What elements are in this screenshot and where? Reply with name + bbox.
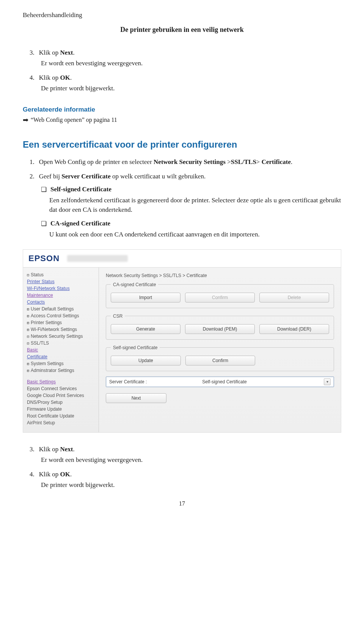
- nav-access-control[interactable]: ⊞Access Control Settings: [27, 312, 95, 319]
- server-certificate-select[interactable]: Server Certificate : Self-signed Certifi…: [106, 377, 334, 387]
- download-pem-button[interactable]: Download (PEM): [185, 324, 255, 334]
- step-1: 1. Open Web Config op de printer en sele…: [30, 158, 341, 166]
- nav-root-cert-update[interactable]: Root Certificate Update: [27, 413, 95, 419]
- nav-gcp[interactable]: Google Cloud Print Services: [27, 392, 95, 399]
- text: Klik op: [39, 74, 60, 81]
- group-legend: CA-signed Certificate: [111, 282, 158, 287]
- label: Network Security Settings: [31, 334, 83, 339]
- import-button[interactable]: Import: [111, 293, 180, 302]
- bullet-label: Self-signed Certificate: [50, 186, 111, 194]
- link[interactable]: Certificate: [27, 354, 47, 359]
- related-link[interactable]: ➡ “Web Config openen” op pagina 11: [23, 117, 341, 123]
- text: .: [73, 446, 74, 453]
- label: SSL/TLS: [31, 340, 49, 346]
- nav-wifi-settings[interactable]: ⊞Wi-Fi/Network Settings: [27, 326, 95, 333]
- nav-firmware-update[interactable]: Firmware Update: [27, 406, 95, 413]
- bold: Certificate: [262, 158, 291, 165]
- epson-header: EPSON: [23, 250, 341, 268]
- bold: OK: [60, 471, 70, 478]
- label: Access Control Settings: [31, 313, 79, 318]
- plus-icon[interactable]: ⊞: [27, 321, 29, 325]
- step-text: Geef bij Server Certificate op welk cert…: [39, 173, 341, 180]
- nav-printer-settings[interactable]: ⊞Printer Settings: [27, 319, 95, 326]
- confirm-self-button[interactable]: Confirm: [185, 356, 256, 365]
- confirm-button[interactable]: Confirm: [185, 293, 255, 302]
- generate-button[interactable]: Generate: [111, 324, 180, 334]
- bullet-ca-signed-desc: U kunt ook een door een CA ondertekend c…: [49, 230, 341, 239]
- related-link-text: “Web Config openen” op pagina 11: [31, 117, 117, 123]
- update-button[interactable]: Update: [111, 356, 181, 365]
- nav-epson-connect[interactable]: Epson Connect Services: [27, 385, 95, 392]
- nav-basic[interactable]: Basic: [27, 347, 95, 353]
- text: Klik op: [39, 446, 60, 453]
- text: Open Web Config op de printer en selecte…: [39, 158, 154, 165]
- nav-system-settings[interactable]: ⊞System Settings: [27, 360, 95, 367]
- nav-contacts[interactable]: Contacts: [27, 299, 95, 306]
- step-number: 3.: [30, 49, 35, 57]
- text: >: [226, 158, 231, 165]
- plus-icon[interactable]: ⊞: [27, 314, 29, 318]
- minus-icon[interactable]: ⊟: [27, 273, 29, 277]
- nav-printer-status[interactable]: Printer Status: [27, 278, 95, 285]
- group-self-signed: Self-signed Certificate Update Confirm: [106, 345, 334, 371]
- group-csr: CSR Generate Download (PEM) Download (DE…: [106, 314, 334, 340]
- link[interactable]: Wi-Fi/Network Status: [27, 286, 70, 291]
- label: Root Certificate Update: [27, 413, 74, 419]
- minus-icon[interactable]: ⊟: [27, 334, 29, 339]
- bullet-self-signed-desc: Een zelfondertekend certificaat is gegen…: [49, 196, 341, 214]
- nav-status[interactable]: ⊟Status: [27, 271, 95, 278]
- square-bullet-icon: ❏: [41, 220, 47, 228]
- delete-button[interactable]: Delete: [259, 293, 329, 302]
- bullet-ca-signed: ❏ CA-signed Certificate: [41, 220, 341, 228]
- nav-maintenance[interactable]: Maintenance: [27, 292, 95, 299]
- bold: SSL/TLS: [231, 158, 256, 165]
- plus-icon[interactable]: ⊞: [27, 307, 29, 311]
- minus-icon[interactable]: ⊟: [27, 341, 29, 345]
- nav-user-default[interactable]: ⊞User Default Settings: [27, 306, 95, 312]
- next-button[interactable]: Next: [106, 393, 166, 403]
- plus-icon[interactable]: ⊞: [27, 369, 29, 373]
- step-4-note: De printer wordt bijgewerkt.: [41, 85, 341, 92]
- text: >: [256, 158, 262, 165]
- label: AirPrint Setup: [27, 420, 55, 425]
- link[interactable]: Printer Status: [27, 279, 55, 284]
- epson-nav-sidebar: ⊟Status Printer Status Wi-Fi/Network Sta…: [23, 268, 99, 432]
- step-text: Klik op Next.: [39, 446, 341, 453]
- bullet-label: CA-signed Certificate: [50, 220, 110, 228]
- plus-icon[interactable]: ⊞: [27, 362, 29, 366]
- nav-basic-settings-heading[interactable]: Basic Settings: [27, 378, 95, 385]
- download-der-button[interactable]: Download (DER): [259, 324, 329, 334]
- step-text: Open Web Config op de printer en selecte…: [39, 158, 341, 166]
- label: System Settings: [31, 361, 64, 366]
- section-title: Een servercertificaat voor de printer co…: [23, 139, 341, 150]
- nav-admin-settings[interactable]: ⊞Adminstrator Settings: [27, 367, 95, 374]
- nav-dns-proxy[interactable]: DNS/Proxy Setup: [27, 399, 95, 406]
- epson-breadcrumb: Network Security Settings > SSL/TLS > Ce…: [106, 273, 334, 278]
- bullet-self-signed: ❏ Self-signed Certificate: [41, 186, 341, 194]
- plus-icon[interactable]: ⊞: [27, 328, 29, 332]
- link[interactable]: Basic Settings: [27, 379, 56, 384]
- link[interactable]: Contacts: [27, 299, 45, 305]
- step-3-bottom: 3. Klik op Next.: [30, 446, 341, 453]
- bold: Server Certificate: [61, 173, 110, 180]
- text: .: [70, 74, 72, 81]
- link[interactable]: Maintenance: [27, 293, 53, 298]
- text: Klik op: [39, 49, 60, 56]
- label: Firmware Update: [27, 406, 62, 412]
- nav-ssltls[interactable]: ⊟SSL/TLS: [27, 340, 95, 347]
- label: User Default Settings: [31, 306, 74, 312]
- step-4-top: 4. Klik op OK.: [30, 74, 341, 82]
- bold: Next: [60, 49, 73, 56]
- label: Adminstrator Settings: [31, 368, 74, 373]
- step-3-note: Er wordt een bevestiging weergegeven.: [41, 60, 341, 67]
- nav-certificate[interactable]: Certificate: [27, 353, 95, 360]
- nav-network-security[interactable]: ⊟Network Security Settings: [27, 333, 95, 340]
- nav-airprint[interactable]: AirPrint Setup: [27, 419, 95, 426]
- nav-wifi-status[interactable]: Wi-Fi/Network Status: [27, 285, 95, 292]
- step-number: 2.: [30, 173, 35, 180]
- epson-logo: EPSON: [28, 254, 60, 263]
- step-2: 2. Geef bij Server Certificate op welk c…: [30, 173, 341, 180]
- link[interactable]: Basic: [27, 347, 38, 353]
- group-legend: Self-signed Certificate: [111, 345, 160, 350]
- chevron-down-icon[interactable]: ▾: [324, 378, 331, 385]
